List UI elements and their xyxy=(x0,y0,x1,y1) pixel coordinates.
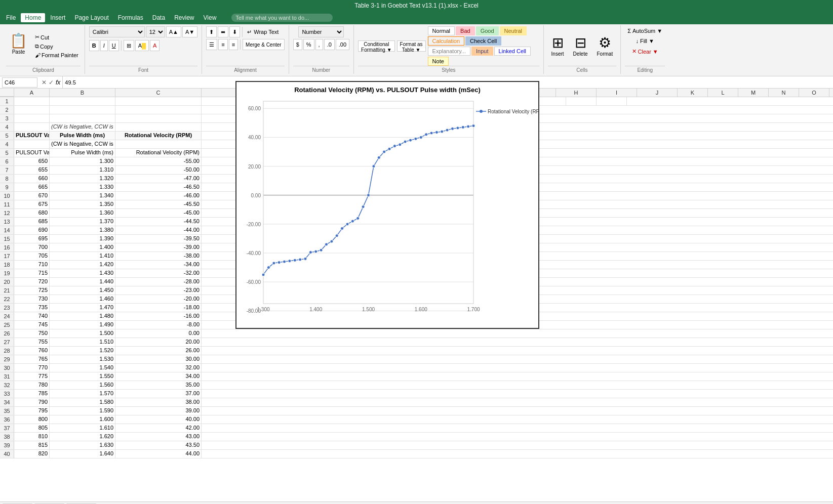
cell-c-9[interactable]: -46.50 xyxy=(115,183,202,191)
row-header[interactable]: 4 xyxy=(0,123,14,131)
row-header[interactable]: 32 xyxy=(0,381,14,389)
cell-b-36[interactable]: 1.600 xyxy=(50,415,115,424)
cell-b-10[interactable]: 1.340 xyxy=(50,192,115,200)
cell-a-31[interactable]: 775 xyxy=(14,372,50,381)
row-header[interactable]: 25 xyxy=(0,321,14,329)
cell-a-25[interactable]: 745 xyxy=(14,321,50,329)
row-header[interactable]: 5 xyxy=(0,149,14,157)
fill-button[interactable]: ↓ Fill ▼ xyxy=(633,36,656,46)
cell-c2[interactable] xyxy=(115,106,202,114)
cell-b-6[interactable]: 1.300 xyxy=(50,157,115,165)
col-header-a[interactable]: A xyxy=(14,89,50,97)
format-painter-button[interactable]: 🖌 Format Painter xyxy=(33,51,81,59)
row-header[interactable]: 31 xyxy=(0,372,14,381)
cell-a-34[interactable]: 790 xyxy=(14,398,50,406)
cell-a-23[interactable]: 735 xyxy=(14,304,50,312)
currency-button[interactable]: $ xyxy=(293,39,302,50)
cell-a3[interactable] xyxy=(14,114,50,122)
cell-a-19[interactable]: 715 xyxy=(14,269,50,277)
col-header-i[interactable]: I xyxy=(597,89,637,97)
cell-b-18[interactable]: 1.420 xyxy=(50,261,115,269)
cell-c-22[interactable]: -20.00 xyxy=(115,295,202,303)
cell-c3[interactable] xyxy=(115,114,202,122)
align-top-button[interactable]: ⬆ xyxy=(206,26,217,37)
autosum-button[interactable]: Σ AutoSum ▼ xyxy=(625,26,665,35)
cell-b-16[interactable]: 1.400 xyxy=(50,243,115,251)
cell-a-36[interactable]: 800 xyxy=(14,415,50,424)
col-header-o[interactable]: O xyxy=(799,89,829,97)
cell-c-12[interactable]: -45.00 xyxy=(115,209,202,217)
cell-b4[interactable]: (CW is Negative, CCW is Positive per the… xyxy=(50,123,115,131)
cell-c-30[interactable]: 32.00 xyxy=(115,364,202,372)
col-header-p[interactable]: P xyxy=(829,89,833,97)
increase-font-size-button[interactable]: A▲ xyxy=(166,26,181,37)
cell-a-12[interactable]: 680 xyxy=(14,209,50,217)
cell-b-22[interactable]: 1.460 xyxy=(50,295,115,303)
cell-b-28[interactable]: 1.520 xyxy=(50,347,115,355)
menu-review[interactable]: Review xyxy=(170,13,198,22)
menu-insert[interactable]: Insert xyxy=(46,13,69,22)
cell-c-27[interactable]: 20.00 xyxy=(115,338,202,346)
cell-a-26[interactable]: 750 xyxy=(14,329,50,338)
style-explanatory[interactable]: Explanatory... xyxy=(428,47,470,56)
row-header[interactable]: 24 xyxy=(0,312,14,320)
row-header[interactable]: 21 xyxy=(0,286,14,295)
cell-a-7[interactable]: 655 xyxy=(14,166,50,174)
cell-a5[interactable]: PULSOUT Value xyxy=(14,132,50,140)
underline-button[interactable]: U xyxy=(109,40,119,51)
cell-c-15[interactable]: -39.50 xyxy=(115,235,202,243)
row-header[interactable]: 11 xyxy=(0,200,14,208)
row-header[interactable]: 4 xyxy=(0,140,14,148)
cell-a-30[interactable]: 770 xyxy=(14,364,50,372)
cell-b1[interactable] xyxy=(50,97,115,105)
cell-b-8[interactable]: 1.320 xyxy=(50,175,115,183)
cell-c-28[interactable]: 26.00 xyxy=(115,347,202,355)
cell-b3[interactable] xyxy=(50,114,115,122)
align-center-button[interactable]: ≡ xyxy=(218,39,227,50)
cell-c1[interactable] xyxy=(115,97,202,105)
cell-c-20[interactable]: -28.00 xyxy=(115,278,202,286)
cell-c-24[interactable]: -16.00 xyxy=(115,312,202,320)
cell-c-33[interactable]: 37.00 xyxy=(115,390,202,398)
cell-c-16[interactable]: -39.00 xyxy=(115,243,202,251)
font-color-button[interactable]: A xyxy=(150,40,160,51)
row-header[interactable]: 16 xyxy=(0,243,14,251)
cell-c-37[interactable]: 42.00 xyxy=(115,424,202,432)
cell-b-21[interactable]: 1.450 xyxy=(50,286,115,295)
cell-a-39[interactable]: 815 xyxy=(14,441,50,449)
col-header-h[interactable]: H xyxy=(556,89,597,97)
cell-b-35[interactable]: 1.590 xyxy=(50,407,115,415)
conditional-formatting-button[interactable]: ConditionalFormatting ▼ xyxy=(358,40,394,52)
cell-a-17[interactable]: 705 xyxy=(14,252,50,260)
cell-b-33[interactable]: 1.570 xyxy=(50,390,115,398)
cell-c-40[interactable]: 44.00 xyxy=(115,450,202,458)
cell-b-38[interactable]: 1.620 xyxy=(50,433,115,441)
cell-c-13[interactable]: -44.50 xyxy=(115,218,202,226)
row-header[interactable]: 13 xyxy=(0,218,14,226)
cell-a-27[interactable]: 755 xyxy=(14,338,50,346)
cell-b-31[interactable]: 1.550 xyxy=(50,372,115,381)
cell-c-18[interactable]: -34.00 xyxy=(115,261,202,269)
cell-a-21[interactable]: 725 xyxy=(14,286,50,295)
cell-c-39[interactable]: 43.50 xyxy=(115,441,202,449)
cell-b-23[interactable]: 1.470 xyxy=(50,304,115,312)
cell-b-5[interactable]: Pulse Width (ms) xyxy=(50,149,115,157)
cell-a-10[interactable]: 670 xyxy=(14,192,50,200)
cell-a-37[interactable]: 805 xyxy=(14,424,50,432)
comma-button[interactable]: , xyxy=(315,39,323,50)
cell-c-8[interactable]: -47.00 xyxy=(115,175,202,183)
cell-c-19[interactable]: -32.00 xyxy=(115,269,202,277)
cell-c-17[interactable]: -38.00 xyxy=(115,252,202,260)
clear-button[interactable]: ✕ Clear ▼ xyxy=(629,47,661,56)
bold-button[interactable]: B xyxy=(89,40,99,51)
style-input[interactable]: Input xyxy=(471,47,493,56)
font-size-select[interactable]: 12 xyxy=(146,26,165,37)
cell-c-4[interactable] xyxy=(115,140,202,148)
cell-b-17[interactable]: 1.410 xyxy=(50,252,115,260)
cell-a-14[interactable]: 690 xyxy=(14,226,50,234)
cell-b2[interactable] xyxy=(50,106,115,114)
cell-a-4[interactable] xyxy=(14,140,50,148)
cell-a-16[interactable]: 700 xyxy=(14,243,50,251)
cell-c-36[interactable]: 40.00 xyxy=(115,415,202,424)
cell-b-26[interactable]: 1.500 xyxy=(50,329,115,338)
